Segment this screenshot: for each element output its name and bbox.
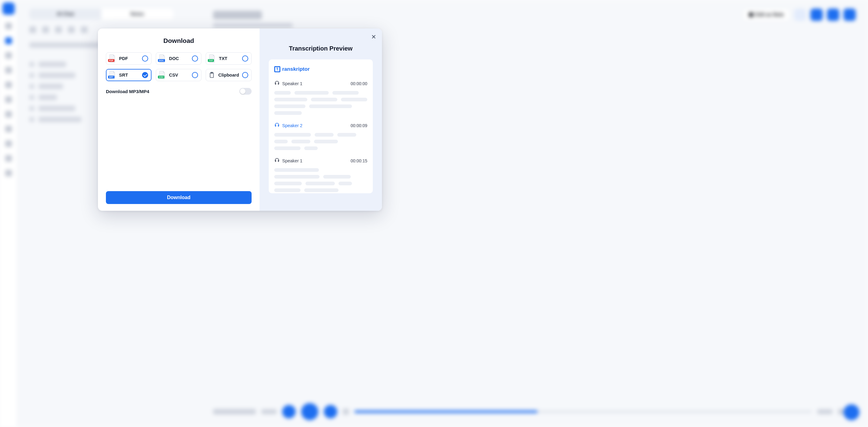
sidebar-icon [5, 96, 12, 103]
close-button[interactable] [370, 33, 378, 41]
speaker-label: Speaker 2 [274, 122, 302, 129]
download-button[interactable]: Download [106, 191, 252, 204]
radio-icon [192, 72, 198, 78]
bg-placeholder [29, 42, 100, 48]
timestamp: 00:00:00 [351, 81, 368, 86]
radio-icon [142, 55, 148, 62]
txt-file-icon: TXT [209, 54, 216, 63]
sidebar-icon [5, 52, 12, 59]
bg-tab: Notes [101, 8, 173, 20]
bg-player [213, 403, 856, 420]
bg-tabs: AI Chat Notes [29, 8, 173, 20]
option-txt[interactable]: TXT TXT [206, 52, 252, 65]
sidebar-icon [5, 155, 12, 162]
brand-text: ranskriptor [282, 66, 310, 72]
option-srt[interactable]: SRT SRT [106, 69, 152, 81]
option-label: CSV [169, 73, 189, 78]
speaker-label: Speaker 1 [274, 80, 302, 87]
option-label: SRT [119, 73, 139, 78]
option-pdf[interactable]: PDF PDF [106, 52, 152, 65]
preview-segment: Speaker 2 00:00:09 [274, 122, 367, 150]
radio-icon [142, 72, 148, 78]
headphones-icon [274, 158, 280, 164]
sidebar-icon [5, 140, 12, 147]
timestamp: 00:00:09 [351, 123, 368, 128]
sidebar-icon [5, 82, 12, 88]
preview-card: T ranskriptor Speaker 1 00:00:00 Speaker… [269, 59, 373, 193]
option-csv[interactable]: CSV CSV [156, 69, 202, 81]
sidebar-icon [5, 67, 12, 74]
csv-file-icon: CSV [159, 71, 166, 79]
sidebar-icon [5, 170, 12, 176]
option-label: DOC [169, 56, 189, 61]
headphones-icon [274, 122, 280, 129]
bg-header-actions: Edit as Note [743, 8, 856, 21]
modal-right-panel: Transcription Preview T ranskriptor Spea… [259, 28, 382, 211]
format-options: PDF PDF DOC DOC TXT TXT [106, 52, 252, 81]
pdf-file-icon: PDF [108, 54, 116, 63]
preview-title: Transcription Preview [269, 45, 373, 52]
placeholder-lines [274, 91, 367, 115]
sidebar-icon [5, 111, 12, 118]
srt-file-icon: SRT [108, 71, 116, 79]
mp3-toggle[interactable] [239, 88, 252, 95]
radio-icon [192, 55, 198, 62]
clipboard-icon [209, 72, 215, 79]
radio-icon [242, 55, 248, 62]
modal-title: Download [106, 37, 252, 45]
doc-file-icon: DOC [159, 54, 166, 63]
option-label: TXT [219, 56, 239, 61]
download-modal: Download PDF PDF DOC DOC [98, 28, 382, 211]
bg-chat-fab [843, 404, 860, 420]
option-label: Clipboard [218, 73, 239, 78]
bg-tab: AI Chat [29, 8, 101, 20]
preview-segment: Speaker 1 00:00:15 [274, 158, 367, 192]
sidebar [0, 0, 17, 427]
headphones-icon [274, 80, 280, 87]
app-logo [2, 2, 15, 15]
modal-left-panel: Download PDF PDF DOC DOC [98, 28, 259, 211]
bg-title [213, 11, 292, 28]
brand-logo: T ranskriptor [274, 66, 367, 72]
speaker-name: Speaker 1 [282, 159, 302, 163]
option-doc[interactable]: DOC DOC [156, 52, 202, 65]
timestamp: 00:00:15 [351, 159, 368, 163]
mp3-toggle-row: Download MP3/MP4 [106, 88, 252, 95]
option-clipboard[interactable]: Clipboard [206, 69, 252, 81]
toggle-label: Download MP3/MP4 [106, 89, 149, 94]
radio-icon [242, 72, 248, 78]
brand-mark-icon: T [274, 66, 280, 72]
sidebar-icon [5, 23, 12, 29]
speaker-label: Speaker 1 [274, 158, 302, 164]
bg-edit-button: Edit as Note [743, 8, 789, 21]
sidebar-icon [5, 125, 12, 132]
speaker-name: Speaker 1 [282, 81, 302, 86]
speaker-name: Speaker 2 [282, 123, 302, 128]
placeholder-lines [274, 133, 367, 150]
placeholder-lines [274, 168, 367, 192]
option-label: PDF [119, 56, 139, 61]
sidebar-icon [5, 37, 12, 44]
preview-segment: Speaker 1 00:00:00 [274, 80, 367, 115]
